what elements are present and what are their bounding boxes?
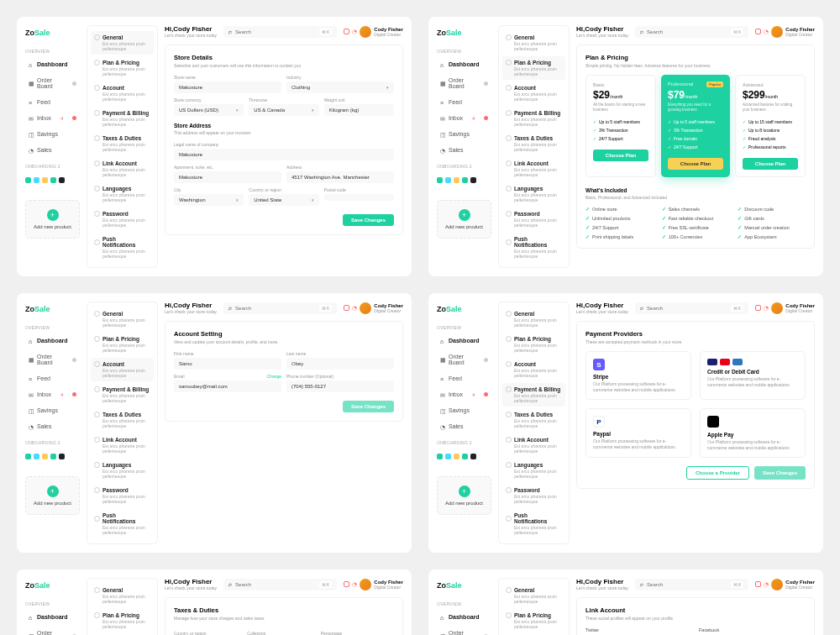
sidebar-item-dashboard[interactable]: ⌂Dashboard: [25, 335, 80, 346]
legal-name-input[interactable]: Makostore: [174, 149, 394, 160]
search-input[interactable]: [647, 582, 727, 587]
add-product-card[interactable]: +Add new product: [437, 200, 491, 239]
logo[interactable]: ZoSale: [437, 302, 491, 317]
gift-icon[interactable]: [755, 29, 761, 34]
settings-nav-pricing[interactable]: Plan & PricingEst arcu pharetra proin pe…: [91, 333, 154, 356]
settings-nav-password[interactable]: PasswordEst arcu pharetra proin pellente…: [91, 207, 154, 231]
settings-nav-taxes[interactable]: Taxes & DutiesEst arcu pharetra proin pe…: [502, 132, 565, 155]
sidebar-item-sales[interactable]: ◔Sales: [437, 144, 491, 155]
avatar[interactable]: [771, 302, 783, 314]
sidebar-item-inbox[interactable]: ✉Inbox4: [437, 389, 491, 400]
change-email-link[interactable]: Change: [266, 374, 281, 379]
settings-nav-pricing[interactable]: Plan & PricingEst arcu pharetra proin pe…: [502, 333, 565, 356]
settings-nav-pricing[interactable]: Plan & PricingEst arcu pharetra proin pe…: [91, 609, 154, 632]
settings-nav-languages[interactable]: LanguagesEst arcu pharetra proin pellent…: [502, 182, 565, 206]
bell-icon[interactable]: ◔: [352, 305, 357, 312]
search-input[interactable]: [647, 306, 727, 311]
bell-icon[interactable]: ◔: [764, 29, 769, 35]
sidebar-item-inbox[interactable]: ✉Inbox4: [25, 389, 80, 400]
bell-icon[interactable]: ◔: [352, 581, 357, 588]
onboard-step-icon[interactable]: [59, 177, 65, 183]
settings-nav-payment[interactable]: Payment & BillingEst arcu pharetra proin…: [91, 107, 154, 130]
settings-nav-languages[interactable]: LanguagesEst arcu pharetra proin pellent…: [502, 459, 565, 482]
settings-nav-link[interactable]: Link AccountEst arcu pharetra proin pell…: [502, 157, 565, 181]
avatar[interactable]: [360, 302, 371, 314]
provider-card[interactable]: Credit or Debit Card Our Platform proces…: [700, 351, 806, 400]
sidebar-item-dashboard[interactable]: ⌂Dashboard: [437, 335, 491, 346]
apt-input[interactable]: Makostore: [174, 171, 281, 183]
onboard-step-icon[interactable]: [42, 177, 48, 183]
choose-plan-button[interactable]: Choose Plan: [668, 158, 723, 170]
sidebar-item-sales[interactable]: ◔Sales: [437, 421, 491, 432]
gift-icon[interactable]: [344, 305, 349, 311]
email-input[interactable]: samoobey@mail.com: [174, 380, 281, 392]
sidebar-item-feed[interactable]: ≡Feed: [437, 373, 491, 384]
sidebar-item-savings[interactable]: ◫Savings: [25, 129, 80, 139]
settings-nav-languages[interactable]: LanguagesEst arcu pharetra proin pellent…: [91, 182, 154, 206]
settings-nav-general[interactable]: GeneralEst arcu pharetra proin pellentes…: [502, 307, 565, 331]
postal-input[interactable]: [324, 194, 394, 201]
sidebar-item-feed[interactable]: ≡Feed: [25, 373, 80, 384]
currency-select[interactable]: US Dollars (USD)▾: [174, 104, 244, 116]
onboard-step-icon[interactable]: [34, 177, 39, 183]
search-input[interactable]: [235, 582, 315, 587]
address-input[interactable]: 4517 Washington Ave. Manchester: [286, 171, 394, 183]
search-input[interactable]: [235, 29, 315, 34]
settings-nav-account[interactable]: AccountEst arcu pharetra proin pellentes…: [502, 358, 565, 381]
save-button[interactable]: Save Changes: [343, 214, 394, 226]
sidebar-item-savings[interactable]: ◫Savings: [437, 405, 491, 416]
sidebar-item-order-board[interactable]: ▦Order Board: [437, 75, 491, 92]
settings-nav-payment[interactable]: Payment & BillingEst arcu pharetra proin…: [502, 383, 565, 407]
store-name-input[interactable]: Makostore: [174, 81, 281, 93]
onboard-step-icon[interactable]: [25, 177, 31, 183]
search-input[interactable]: [647, 29, 727, 34]
sidebar-item-dashboard[interactable]: ⌂Dashboard: [25, 611, 80, 622]
settings-nav-push[interactable]: Push NotificationsEst arcu pharetra proi…: [502, 509, 565, 538]
logo[interactable]: ZoSale: [437, 25, 491, 40]
settings-nav-push[interactable]: Push NotificationsEst arcu pharetra proi…: [91, 233, 154, 262]
sidebar-item-inbox[interactable]: ✉Inbox4: [25, 113, 80, 123]
settings-nav-general[interactable]: GeneralEst arcu pharetra proin pellentes…: [91, 31, 154, 55]
search-bar[interactable]: ⌕⌘ K: [223, 26, 337, 38]
settings-nav-account[interactable]: AccountEst arcu pharetra proin pellentes…: [502, 81, 565, 105]
sidebar-item-order-board[interactable]: ▦Order Board: [437, 351, 491, 368]
logo[interactable]: ZoSale: [25, 578, 80, 593]
gift-icon[interactable]: [755, 581, 761, 587]
logo[interactable]: ZoSale: [437, 578, 491, 593]
sidebar-item-sales[interactable]: ◔Sales: [25, 144, 80, 155]
sidebar-item-order-board[interactable]: ▦Order Board: [437, 627, 491, 635]
avatar[interactable]: [771, 579, 783, 590]
industry-select[interactable]: Clothing▾: [286, 81, 394, 93]
search-input[interactable]: [235, 306, 315, 311]
sidebar-item-dashboard[interactable]: ⌂Dashboard: [437, 611, 491, 622]
settings-nav-taxes[interactable]: Taxes & DutiesEst arcu pharetra proin pe…: [502, 408, 565, 432]
add-product-card[interactable]: +Add new product: [25, 476, 80, 515]
settings-nav-pricing[interactable]: Plan & PricingEst arcu pharetra proin pe…: [502, 56, 565, 80]
logo[interactable]: ZoSale: [25, 25, 80, 40]
search-bar[interactable]: ⌕⌘ K: [635, 302, 748, 314]
avatar[interactable]: [771, 26, 783, 38]
sidebar-item-sales[interactable]: ◔Sales: [25, 421, 80, 432]
provider-stripe[interactable]: S Stripe Our Platform processing softwar…: [585, 351, 691, 400]
settings-nav-link[interactable]: Link AccountEst arcu pharetra proin pell…: [502, 433, 565, 457]
gift-icon[interactable]: [344, 581, 349, 587]
settings-nav-payment[interactable]: Payment & BillingEst arcu pharetra proin…: [91, 383, 154, 407]
sidebar-item-order-board[interactable]: ▦Order Board: [25, 75, 80, 92]
sidebar-item-order-board[interactable]: ▦Order Board: [25, 351, 80, 368]
provider-paypal[interactable]: P Paypal Our Platform processing softwar…: [585, 408, 691, 458]
search-bar[interactable]: ⌕⌘ K: [223, 579, 337, 590]
first-name-input[interactable]: Samo: [174, 358, 281, 370]
add-product-card[interactable]: + Add new product: [25, 200, 80, 239]
settings-nav-push[interactable]: Push NotificationsEst arcu pharetra proi…: [91, 509, 154, 538]
bell-icon[interactable]: ◔: [352, 29, 357, 35]
choose-provider-button[interactable]: Choose a Provider: [686, 466, 749, 480]
save-button[interactable]: Save Changes: [754, 466, 806, 480]
settings-nav-general[interactable]: GeneralEst arcu pharetra proin pellentes…: [91, 584, 154, 607]
gift-icon[interactable]: [344, 29, 349, 34]
settings-nav-general[interactable]: GeneralEst arcu pharetra proin pellentes…: [502, 584, 565, 607]
settings-nav-password[interactable]: PasswordEst arcu pharetra proin pellente…: [502, 484, 565, 507]
settings-nav-pricing[interactable]: Plan & PricingEst arcu pharetra proin pe…: [502, 609, 565, 632]
settings-nav-taxes[interactable]: Taxes & DutiesEst arcu pharetra proin pe…: [91, 132, 154, 155]
choose-plan-button[interactable]: Choose Plan: [743, 158, 798, 170]
phone-input[interactable]: (704) 555-0127: [286, 380, 394, 392]
